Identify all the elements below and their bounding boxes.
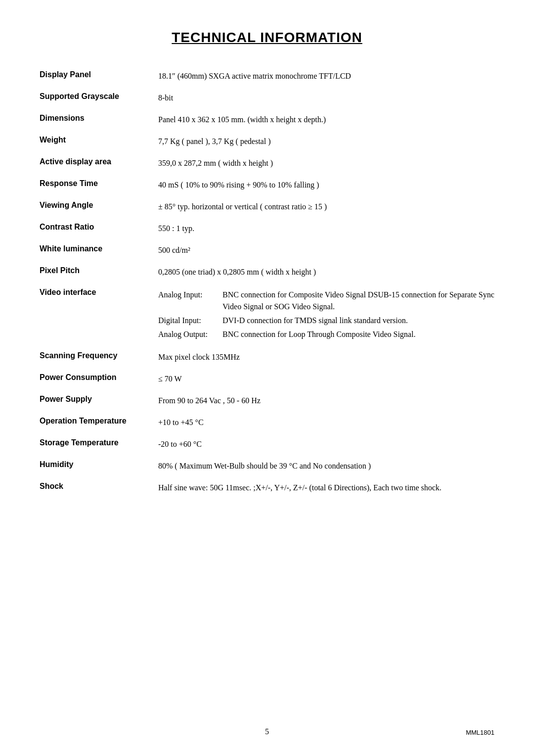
spec-label: Contrast Ratio <box>40 218 158 239</box>
spec-label: Power Consumption <box>40 368 158 390</box>
spec-row: Scanning FrequencyMax pixel clock 135MHz <box>40 346 494 368</box>
spec-table: Display Panel18.1″ (460mm) SXGA active m… <box>40 65 494 499</box>
spec-value: From 90 to 264 Vac , 50 - 60 Hz <box>158 390 494 412</box>
spec-value: 359,0 x 287,2 mm ( width x height ) <box>158 152 494 174</box>
spec-row: Active display area359,0 x 287,2 mm ( wi… <box>40 152 494 174</box>
video-interface-sublabel: Digital Input: <box>158 314 222 328</box>
model-number: MML1801 <box>466 729 494 736</box>
spec-row: Pixel Pitch0,2805 (one triad) x 0,2805 m… <box>40 261 494 283</box>
spec-value: 550 : 1 typ. <box>158 218 494 239</box>
spec-label: Humidity <box>40 455 158 477</box>
spec-value: 8-bit <box>158 87 494 109</box>
spec-value: Analog Input:BNC connection for Composit… <box>158 283 494 346</box>
spec-row: Contrast Ratio550 : 1 typ. <box>40 218 494 239</box>
spec-row: Power SupplyFrom 90 to 264 Vac , 50 - 60… <box>40 390 494 412</box>
video-interface-sublabel: Analog Input: <box>158 288 222 314</box>
spec-row: Video interfaceAnalog Input:BNC connecti… <box>40 283 494 346</box>
spec-row: ShockHalf sine wave: 50G 11msec. ;X+/-, … <box>40 477 494 499</box>
spec-row: Supported Grayscale8-bit <box>40 87 494 109</box>
spec-row: Storage Temperature-20 to +60 °C <box>40 433 494 455</box>
video-interface-sublabel: Analog Output: <box>158 328 222 341</box>
spec-row: Power Consumption≤ 70 W <box>40 368 494 390</box>
spec-label: White luminance <box>40 239 158 261</box>
spec-row: Weight7,7 Kg ( panel ), 3,7 Kg ( pedesta… <box>40 131 494 152</box>
spec-label: Video interface <box>40 283 158 346</box>
video-interface-row: Analog Input:BNC connection for Composit… <box>158 288 494 314</box>
spec-value: ± 85° typ. horizontal or vertical ( cont… <box>158 196 494 218</box>
spec-label: Weight <box>40 131 158 152</box>
spec-row: DimensionsPanel 410 x 362 x 105 mm. (wid… <box>40 109 494 131</box>
video-interface-subvalue: BNC connection for Loop Through Composit… <box>222 328 494 341</box>
spec-value: 7,7 Kg ( panel ), 3,7 Kg ( pedestal ) <box>158 131 494 152</box>
spec-row: Display Panel18.1″ (460mm) SXGA active m… <box>40 65 494 87</box>
spec-value: Half sine wave: 50G 11msec. ;X+/-, Y+/-,… <box>158 477 494 499</box>
spec-label: Operation Temperature <box>40 412 158 433</box>
spec-value: ≤ 70 W <box>158 368 494 390</box>
spec-value: 500 cd/m² <box>158 239 494 261</box>
spec-label: Supported Grayscale <box>40 87 158 109</box>
spec-label: Display Panel <box>40 65 158 87</box>
page: TECHNICAL INFORMATION Display Panel18.1″… <box>0 0 534 756</box>
spec-row: Response Time40 mS ( 10% to 90% rising +… <box>40 174 494 196</box>
video-interface-row: Analog Output:BNC connection for Loop Th… <box>158 328 494 341</box>
spec-value: Panel 410 x 362 x 105 mm. (width x heigh… <box>158 109 494 131</box>
spec-label: Active display area <box>40 152 158 174</box>
video-interface-subvalue: DVI-D connection for TMDS signal link st… <box>222 314 494 328</box>
spec-value: 80% ( Maximum Wet-Bulb should be 39 °C a… <box>158 455 494 477</box>
spec-value: +10 to +45 °C <box>158 412 494 433</box>
spec-value: 0,2805 (one triad) x 0,2805 mm ( width x… <box>158 261 494 283</box>
spec-row: Humidity80% ( Maximum Wet-Bulb should be… <box>40 455 494 477</box>
spec-row: Operation Temperature+10 to +45 °C <box>40 412 494 433</box>
spec-label: Response Time <box>40 174 158 196</box>
video-interface-subvalue: BNC connection for Composite Video Signa… <box>222 288 494 314</box>
spec-label: Dimensions <box>40 109 158 131</box>
spec-label: Storage Temperature <box>40 433 158 455</box>
spec-label: Scanning Frequency <box>40 346 158 368</box>
spec-value: Max pixel clock 135MHz <box>158 346 494 368</box>
spec-label: Viewing Angle <box>40 196 158 218</box>
spec-row: Viewing Angle± 85° typ. horizontal or ve… <box>40 196 494 218</box>
spec-label: Shock <box>40 477 158 499</box>
video-interface-row: Digital Input:DVI-D connection for TMDS … <box>158 314 494 328</box>
page-footer: 5 <box>0 727 534 736</box>
page-title: TECHNICAL INFORMATION <box>40 30 494 46</box>
spec-label: Pixel Pitch <box>40 261 158 283</box>
spec-value: 40 mS ( 10% to 90% rising + 90% to 10% f… <box>158 174 494 196</box>
spec-value: -20 to +60 °C <box>158 433 494 455</box>
spec-value: 18.1″ (460mm) SXGA active matrix monochr… <box>158 65 494 87</box>
spec-row: White luminance500 cd/m² <box>40 239 494 261</box>
page-number: 5 <box>265 727 269 736</box>
spec-label: Power Supply <box>40 390 158 412</box>
